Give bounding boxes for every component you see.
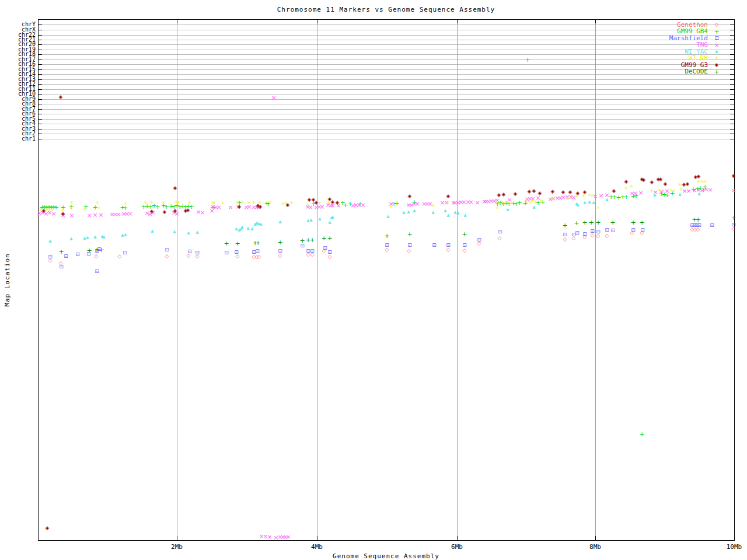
data-point-wi-rh: ✳ (252, 200, 256, 205)
data-point-marshfield: ⊡ (95, 269, 99, 274)
y-tick-left (38, 114, 42, 114)
y-tick-left (38, 124, 42, 124)
data-point-wi-yac: ▲ (678, 192, 681, 197)
y-tick-left (38, 139, 42, 139)
x-gridline (595, 19, 596, 540)
data-point-tng: × (686, 188, 691, 194)
data-point-wi-yac: ▲ (431, 211, 434, 215)
data-point-decode: + (86, 247, 92, 254)
data-point-wi-yac: ▲ (173, 230, 176, 234)
y-tick-left (38, 64, 42, 65)
legend-label-gm99-g3: GM99 G3 (681, 62, 708, 68)
data-point-wi-yac: ▲ (456, 211, 459, 215)
data-point-wi-rh: ✳ (534, 200, 538, 205)
data-point-marshfield: ⊡ (385, 243, 389, 248)
data-point-wi-rh: ✳ (69, 206, 74, 211)
legend-marker-marshfield: ⊡ (714, 36, 719, 41)
legend-marker-tng: × (714, 41, 719, 48)
y-tick-left (38, 129, 42, 130)
legend-marker-decode: + (714, 68, 719, 75)
data-point-tng: × (731, 187, 736, 194)
y-tick-left (38, 119, 42, 120)
data-point-gm99-g3: ◈ (561, 190, 566, 195)
data-point-wi-rh: ✳ (290, 201, 294, 205)
chromosome-gridline (38, 94, 734, 94)
y-tick-left (38, 104, 42, 104)
data-point-decode: + (309, 237, 315, 243)
data-point-wi-rh: ✳ (539, 199, 543, 204)
y-tick-right (730, 129, 734, 130)
data-point-wi-rh: ✳ (650, 189, 654, 194)
data-point-marshfield: ⊡ (498, 229, 502, 235)
data-point-wi-rh: ✳ (672, 189, 676, 194)
y-tick-right (730, 134, 734, 134)
y-tick-left (38, 30, 42, 30)
data-point-marshfield: ⊡ (407, 243, 412, 248)
data-point-gm99-g3: ◈ (286, 202, 290, 208)
data-point-tng: × (200, 209, 205, 216)
data-point-wi-rh: ✳ (70, 201, 74, 205)
data-point-wi-rh: ✳ (97, 206, 102, 211)
data-point-marshfield: ⊡ (327, 250, 332, 255)
y-tick-right (730, 35, 734, 36)
data-point-wi-rh: ✳ (177, 201, 181, 205)
legend-marker-gm99-g3: ◈ (715, 62, 719, 68)
data-point-wi-yac: ▲ (653, 193, 656, 197)
y-tick-left (38, 79, 42, 80)
data-point-marshfield: ⊡ (278, 249, 282, 254)
data-point-wi-rh: ✳ (83, 207, 87, 212)
data-point-wi-yac: ▲ (250, 227, 253, 231)
data-point-tng: × (228, 204, 233, 211)
data-point-tng: × (598, 192, 603, 199)
data-point-wi-yac: ▲ (331, 215, 334, 219)
chromosome-gridline (38, 44, 734, 45)
data-point-wi-yac: ▲ (196, 230, 198, 235)
data-point-gm99-g3: ◈ (532, 188, 536, 194)
data-point-gm99-g3: ◈ (642, 177, 646, 183)
y-tick-right (730, 84, 734, 85)
data-point-gm99-g3: ◈ (150, 209, 154, 214)
data-point-marshfield: ⊡ (224, 250, 229, 256)
data-point-wi-rh: ✳ (658, 188, 662, 193)
x-tick-top (317, 19, 317, 23)
x-tick-label: 8Mb (589, 544, 601, 550)
y-tick-left (38, 94, 42, 94)
data-point-gm99-gb4: + (516, 200, 522, 206)
data-point-wi-rh: ✳ (596, 206, 601, 211)
y-tick-right (730, 50, 734, 50)
data-point-genethon: ◇ (165, 254, 169, 259)
data-point-genethon: ◇ (407, 249, 411, 254)
data-point-marshfield: ⊡ (582, 232, 587, 237)
x-tick-top (734, 19, 735, 23)
chromosome-gridline (38, 64, 734, 65)
data-point-gm99-gb4: + (639, 431, 644, 438)
data-point-gm99-g3: ◈ (238, 204, 242, 209)
data-point-wi-yac: ▲ (259, 222, 262, 226)
chromosome-gridline (38, 54, 734, 55)
y-tick-right (730, 99, 734, 100)
data-point-wi-rh: ✳ (495, 206, 500, 211)
data-point-wi-yac: ▲ (93, 235, 96, 239)
chromosome-gridline (38, 60, 734, 60)
legend-label-marshfield: Marshfield (669, 35, 708, 41)
x-tick-label: 2Mb (171, 544, 183, 550)
data-point-marshfield: ⊡ (165, 247, 169, 253)
data-point-wi-yac: ▲ (278, 220, 281, 224)
data-point-decode: + (224, 240, 229, 247)
data-point-marshfield: ⊡ (432, 243, 437, 248)
data-point-decode: + (255, 240, 260, 246)
x-tick-bottom (177, 536, 177, 540)
data-point-decode: + (582, 219, 587, 226)
data-point-wi-yac: ▲ (151, 229, 153, 233)
y-tick-left (38, 69, 42, 70)
data-point-wi-rh: ✳ (150, 201, 154, 205)
data-point-genethon: ◇ (446, 247, 451, 253)
data-point-wi-yac: ▲ (309, 218, 312, 222)
legend-marker-genethon: ◇ (715, 22, 719, 27)
data-point-decode: + (58, 249, 64, 255)
data-point-wi-rh: ✳ (510, 201, 514, 206)
data-point-wi-rh: ✳ (221, 201, 225, 206)
data-point-marshfield: ⊡ (234, 250, 239, 255)
x-tick-label: 4Mb (311, 544, 323, 550)
y-tick-right (730, 79, 734, 80)
